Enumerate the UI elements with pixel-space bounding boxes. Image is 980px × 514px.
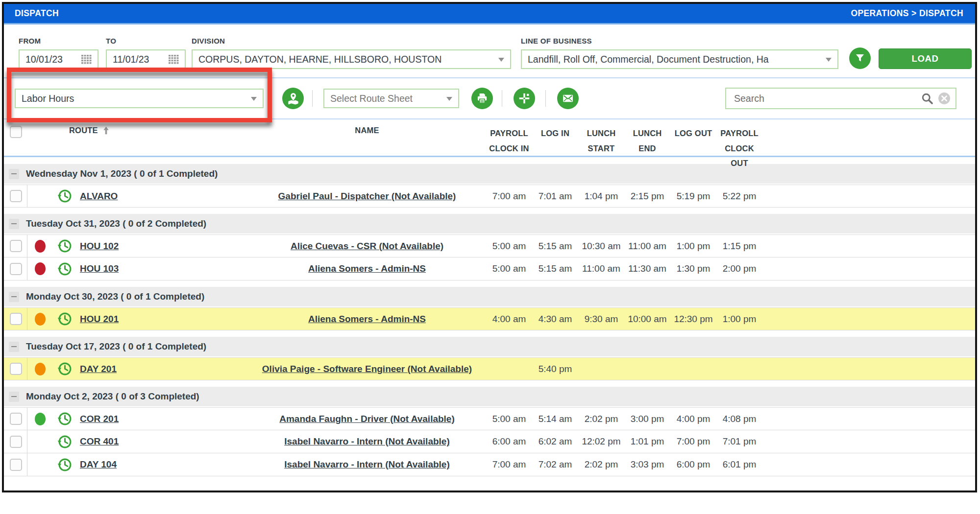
employee-link[interactable]: Gabriel Paul - Dispatcher (Not Available… [278,191,456,201]
column-header-log-out[interactable]: LOG OUT [670,126,716,171]
envelope-icon [562,92,574,105]
history-clock-icon[interactable] [53,411,76,426]
date-group-label: Monday Oct 2, 2023 ( 0 of 3 Completed) [26,391,199,402]
date-group-header: Monday Oct 30, 2023 ( 0 of 1 Completed) [4,287,975,306]
chevron-down-icon [251,97,257,104]
route-link[interactable]: DAY 104 [80,459,117,469]
history-clock-icon[interactable] [53,311,76,327]
route-link[interactable]: HOU 103 [80,263,119,274]
collapse-group-button[interactable] [9,169,19,179]
lunch-end-cell: 10:00 am [624,314,670,325]
select-all-checkbox[interactable] [10,126,22,138]
row-checkbox[interactable] [10,436,22,448]
history-clock-icon[interactable] [53,434,76,449]
map-view-button[interactable] [282,88,304,109]
lunch-start-cell: 12:02 pm [578,436,624,447]
log-out-cell: 1:00 pm [670,241,716,252]
log-out-cell: 5:19 pm [670,191,716,202]
print-button[interactable] [471,88,493,109]
employee-link[interactable]: Alice Cuevas - CSR (Not Available) [291,241,443,251]
history-clock-icon[interactable] [53,261,76,277]
row-checkbox[interactable] [10,190,22,202]
line-of-business-value: Landfill, Roll Off, Commercial, Document… [528,54,769,65]
division-value: CORPUS, DAYTON, HEARNE, HILLSBORO, HOUST… [198,54,441,65]
history-clock-icon[interactable] [53,361,76,376]
payroll-clock-out-cell: 1:00 pm [716,314,762,325]
row-checkbox[interactable] [10,413,22,425]
lunch-end-cell: 3:03 pm [624,459,670,470]
employee-link[interactable]: Aliena Somers - Admin-NS [308,263,426,274]
history-clock-icon[interactable] [53,238,76,254]
route-link[interactable]: DAY 201 [80,364,117,374]
collapse-group-button[interactable] [9,292,19,302]
collapse-group-button[interactable] [9,342,19,352]
lunch-end-cell: 11:30 am [624,263,670,274]
history-clock-icon[interactable] [53,188,76,204]
column-header-lunch-start[interactable]: LUNCH START [578,126,624,171]
route-sheet-select[interactable]: Select Route Sheet [323,89,459,108]
collapse-group-button[interactable] [9,219,19,229]
route-link[interactable]: ALVARO [80,191,118,201]
employee-link[interactable]: Aliena Somers - Admin-NS [308,314,426,324]
employee-link[interactable]: Isabel Navarro - Intern (Not Available) [284,459,450,469]
table-row: COR 201 Amanda Faughn - Driver (Not Avai… [4,407,975,430]
log-in-cell: 6:02 am [532,436,578,447]
load-button[interactable]: LOAD [879,48,972,69]
from-label: FROM [19,37,98,45]
log-in-cell: 4:30 am [532,314,578,325]
map-pin-icon [287,92,300,105]
route-link[interactable]: COR 401 [80,436,119,446]
route-link[interactable]: COR 201 [80,414,119,424]
calendar-icon[interactable] [81,54,92,64]
lunch-start-cell: 2:02 pm [578,459,624,470]
search-icon[interactable] [921,92,934,105]
payroll-clock-in-cell: 5:00 am [486,263,532,274]
row-checkbox[interactable] [10,459,22,471]
line-of-business-field: LINE OF BUSINESS Landfill, Roll Off, Com… [521,37,838,69]
row-checkbox[interactable] [10,363,22,375]
lunch-start-cell: 10:30 am [578,241,624,252]
clear-search-button[interactable] [938,92,951,105]
payroll-clock-in-cell: 5:00 am [486,414,532,424]
column-header-name[interactable]: NAME [248,126,486,171]
to-date-input[interactable]: 11/01/23 [106,49,186,69]
date-group-label: Tuesday Oct 17, 2023 ( 0 of 1 Completed) [26,341,206,352]
date-group-header: Tuesday Oct 31, 2023 ( 0 of 2 Completed) [4,214,975,234]
from-date-input[interactable]: 10/01/23 [19,49,98,69]
column-header-lunch-end[interactable]: LUNCH END [624,126,670,171]
division-field: DIVISION CORPUS, DAYTON, HEARNE, HILLSBO… [192,37,511,69]
payroll-clock-out-cell: 7:01 pm [716,436,762,447]
column-header-route[interactable]: ROUTE [53,126,248,171]
table-row: COR 401 Isabel Navarro - Intern (Not Ava… [4,430,975,453]
calendar-icon[interactable] [168,54,179,64]
search-input[interactable] [733,93,921,105]
table-row: HOU 201 Aliena Somers - Admin-NS 4:00 am… [4,307,975,330]
lunch-end-cell: 3:00 pm [624,414,670,424]
route-map-button[interactable] [514,88,535,109]
route-link[interactable]: HOU 102 [80,241,119,251]
row-checkbox[interactable] [10,240,22,252]
filter-button[interactable] [849,47,871,69]
lunch-end-cell: 11:00 am [624,241,670,252]
payroll-clock-in-cell: 6:00 am [486,436,532,447]
intersection-icon [518,92,531,105]
employee-link[interactable]: Amanda Faughn - Driver (Not Available) [279,414,455,424]
view-select[interactable]: Labor Hours [15,89,264,108]
route-link[interactable]: HOU 201 [80,314,119,324]
column-header-payroll-clock-in[interactable]: PAYROLL CLOCK IN [486,126,532,171]
column-header-payroll-clock-out[interactable]: PAYROLL CLOCK OUT [716,126,762,171]
employee-link[interactable]: Isabel Navarro - Intern (Not Available) [284,436,450,446]
line-of-business-select[interactable]: Landfill, Roll Off, Commercial, Document… [521,49,838,69]
collapse-group-button[interactable] [9,392,19,402]
employee-link[interactable]: Olivia Paige - Software Engineer (Not Av… [262,364,472,374]
row-checkbox[interactable] [10,313,22,325]
column-header-log-in[interactable]: LOG IN [532,126,578,171]
history-clock-icon[interactable] [53,457,76,472]
table-row: HOU 103 Aliena Somers - Admin-NS 5:00 am… [4,257,975,280]
lunch-start-cell: 9:30 am [578,314,624,325]
view-select-value: Labor Hours [22,93,74,104]
email-button[interactable] [557,88,579,109]
division-select[interactable]: CORPUS, DAYTON, HEARNE, HILLSBORO, HOUST… [192,49,511,69]
table-body: Wednesday Nov 1, 2023 ( 0 of 1 Completed… [4,157,975,476]
row-checkbox[interactable] [10,263,22,275]
